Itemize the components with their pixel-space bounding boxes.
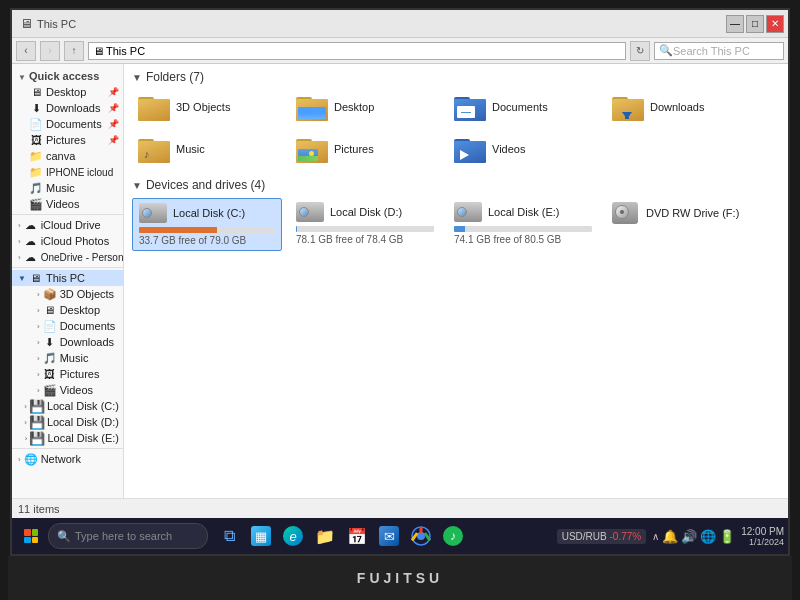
search-bar[interactable]: 🔍 Search This PC [654,42,784,60]
sidebar-item-canva[interactable]: 📁 canva [12,148,123,164]
pin-icon: 📌 [108,87,119,97]
sidebar-item-documents[interactable]: 📄 Documents 📌 [12,116,123,132]
drive-dvd[interactable]: DVD RW Drive (F:) [606,198,756,251]
sidebar-label-dl2: Downloads [60,336,114,348]
drive-e-header: Local Disk (E:) [454,202,592,222]
sidebar-item-downloads[interactable]: ⬇ Downloads 📌 [12,100,123,116]
taskbar-file-explorer[interactable]: 📁 [310,521,340,551]
screen: 🖥 This PC — □ ✕ ‹ › ↑ 🖥 This PC ↻ 🔍 Sear… [10,8,790,556]
folder-videos[interactable]: Videos [448,132,598,166]
back-button[interactable]: ‹ [16,41,36,61]
taskbar-spotify[interactable]: ♪ [438,521,468,551]
folder-documents[interactable]: Documents [448,90,598,124]
refresh-button[interactable]: ↻ [630,41,650,61]
sidebar-item-pictures2[interactable]: › 🖼 Pictures [12,366,123,382]
win-logo-yellow [32,537,39,544]
folder-documents-icon [454,93,486,121]
folders-section-label: Folders (7) [146,70,204,84]
sidebar-item-videos[interactable]: 🎬 Videos [12,196,123,212]
drive-e[interactable]: Local Disk (E:) 74.1 GB free of 80.5 GB [448,198,598,251]
drive-c[interactable]: Local Disk (C:) 33.7 GB free of 79.0 GB [132,198,282,251]
sidebar-item-local-c[interactable]: › 💾 Local Disk (C:) [12,398,123,414]
win-logo-green [32,529,39,536]
chevron-d: › [24,418,27,427]
sidebar-label-canva: canva [46,150,75,162]
forward-button[interactable]: › [40,41,60,61]
folder-3d-objects[interactable]: 3D Objects [132,90,282,124]
canva-icon: 📁 [29,149,43,163]
sidebar-item-local-e[interactable]: › 💾 Local Disk (E:) [12,430,123,446]
sidebar-item-this-pc[interactable]: ▼ 🖥 This PC [12,270,123,286]
chevron-music2: › [37,354,40,363]
tray-icons: ∧ 🔔 🔊 🌐 🔋 [652,529,735,544]
sidebar-item-local-d[interactable]: › 💾 Local Disk (D:) [12,414,123,430]
start-button[interactable] [16,521,46,551]
videos2-icon: 🎬 [43,383,57,397]
sidebar-item-pictures[interactable]: 🖼 Pictures 📌 [12,132,123,148]
tray-volume-icon[interactable]: 🔊 [681,529,697,544]
taskbar-search-box[interactable]: 🔍 Type here to search [48,523,208,549]
sidebar-item-downloads2[interactable]: › ⬇ Downloads [12,334,123,350]
drive-d[interactable]: Local Disk (D:) 78.1 GB free of 78.4 GB [290,198,440,251]
monitor: 🖥 This PC — □ ✕ ‹ › ↑ 🖥 This PC ↻ 🔍 Sear… [0,0,800,600]
system-clock[interactable]: 12:00 PM 1/1/2024 [741,526,784,547]
sidebar-item-desktop[interactable]: 🖥 Desktop 📌 [12,84,123,100]
sidebar-label-desktop2: Desktop [60,304,100,316]
sidebar-label-local-c: Local Disk (C:) [47,400,119,412]
close-button[interactable]: ✕ [766,15,784,33]
sidebar-label-local-d: Local Disk (D:) [47,416,119,428]
taskbar-task-view[interactable]: ⧉ [214,521,244,551]
folders-chevron-icon: ▼ [132,72,142,83]
tray-battery-icon[interactable]: 🔋 [719,529,735,544]
sidebar-item-3d-objects[interactable]: › 📦 3D Objects [12,286,123,302]
windows-logo [24,529,38,543]
sidebar-item-iphone-icloud[interactable]: 📁 IPHONE icloud [12,164,123,180]
taskbar-edge[interactable]: e [278,521,308,551]
sidebar-label-documents: Documents [46,118,102,130]
taskbar-search-icon: 🔍 [57,530,71,543]
minimize-button[interactable]: — [726,15,744,33]
desktop2-icon: 🖥 [43,303,57,317]
tray-network-icon[interactable]: 🌐 [700,529,716,544]
folder-music[interactable]: ♪ Music [132,132,282,166]
drive-c-info: 33.7 GB free of 79.0 GB [139,235,275,246]
iphone-icon: 📁 [29,165,43,179]
path-icon: 🖥 [93,45,104,57]
sidebar-item-icloud-photos[interactable]: › ☁ iCloud Photos [12,233,123,249]
drive-c-icon [139,203,167,223]
sidebar-item-videos2[interactable]: › 🎬 Videos [12,382,123,398]
chevron-vids2: › [37,386,40,395]
sidebar-label-this-pc: This PC [46,272,85,284]
sidebar-item-music2[interactable]: › 🎵 Music [12,350,123,366]
sidebar-item-music[interactable]: 🎵 Music [12,180,123,196]
sidebar-item-documents2[interactable]: › 📄 Documents [12,318,123,334]
address-path[interactable]: 🖥 This PC [88,42,626,60]
sidebar-item-desktop2[interactable]: › 🖥 Desktop [12,302,123,318]
videos-icon: 🎬 [29,197,43,211]
folder-desktop-icon [296,93,328,121]
taskbar-mail[interactable]: ✉ [374,521,404,551]
quick-access-label[interactable]: ▼ Quick access [12,68,123,84]
maximize-button[interactable]: □ [746,15,764,33]
window-controls: — □ ✕ [726,15,784,33]
folder-documents-label: Documents [492,101,548,113]
icloud-photos-icon: ☁ [24,234,38,248]
taskbar-chrome[interactable] [406,521,436,551]
desktop-icon: 🖥 [29,85,43,99]
tray-notification-icon[interactable]: 🔔 [662,529,678,544]
taskbar-calendar[interactable]: 📅 [342,521,372,551]
sidebar-item-icloud-drive[interactable]: › ☁ iCloud Drive [12,217,123,233]
address-bar: ‹ › ↑ 🖥 This PC ↻ 🔍 Search This PC [12,38,788,64]
quick-access-chevron: ▼ [18,73,26,82]
up-button[interactable]: ↑ [64,41,84,61]
taskbar-widgets[interactable]: ▦ [246,521,276,551]
tray-expand-icon[interactable]: ∧ [652,531,659,542]
sidebar-item-network[interactable]: › 🌐 Network [12,451,123,467]
folder-downloads[interactable]: Downloads [606,90,756,124]
sidebar-item-onedrive[interactable]: › ☁ OneDrive - Person [12,249,123,265]
folder-desktop[interactable]: Desktop [290,90,440,124]
sidebar-label-icloud-photos: iCloud Photos [41,235,110,247]
sidebar-label-desktop: Desktop [46,86,86,98]
chevron-c: › [24,402,27,411]
folder-pictures[interactable]: Pictures [290,132,440,166]
